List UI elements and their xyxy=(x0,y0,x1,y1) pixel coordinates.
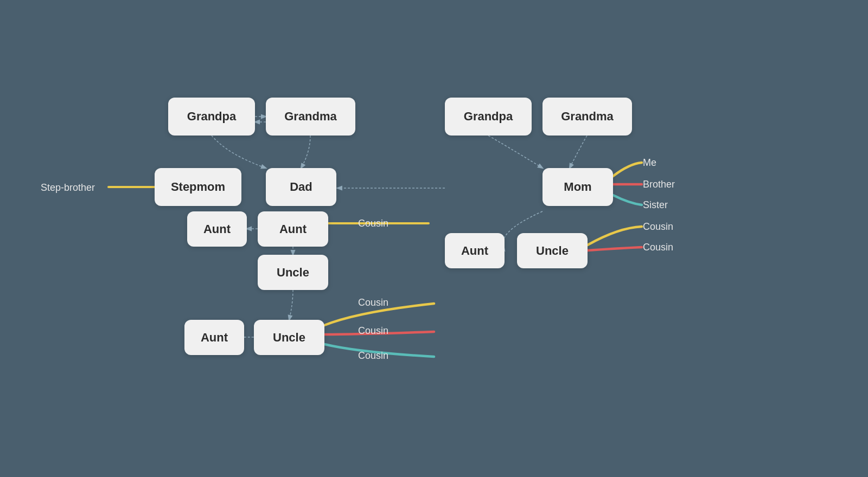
label-sister: Sister xyxy=(643,199,668,211)
node-grandma1[interactable]: Grandma xyxy=(266,98,355,136)
node-aunt2[interactable]: Aunt xyxy=(258,211,328,247)
label-cousin-uncle2-3: Cousin xyxy=(358,350,388,362)
label-cousin-aunt2: Cousin xyxy=(358,218,388,229)
node-grandpa1-label: Grandpa xyxy=(187,109,236,124)
node-aunt4-label: Aunt xyxy=(461,244,488,258)
label-cousin-uncle3-1: Cousin xyxy=(643,221,673,233)
label-cousin-uncle3-2: Cousin xyxy=(643,242,673,253)
node-stepmom-label: Stepmom xyxy=(171,180,225,194)
label-brother: Brother xyxy=(643,179,675,190)
node-mom-label: Mom xyxy=(564,180,591,194)
node-aunt1-label: Aunt xyxy=(203,222,231,236)
label-cousin-uncle2-1: Cousin xyxy=(358,297,388,308)
node-mom[interactable]: Mom xyxy=(542,168,613,206)
node-grandma2[interactable]: Grandma xyxy=(542,98,632,136)
node-uncle3[interactable]: Uncle xyxy=(517,233,588,268)
node-uncle2-label: Uncle xyxy=(273,331,305,345)
label-cousin-uncle2-2: Cousin xyxy=(358,325,388,337)
node-dad[interactable]: Dad xyxy=(266,168,336,206)
node-aunt3-label: Aunt xyxy=(201,331,228,345)
label-me: Me xyxy=(643,157,656,169)
node-aunt2-label: Aunt xyxy=(279,222,307,236)
node-uncle3-label: Uncle xyxy=(536,244,569,258)
node-stepmom[interactable]: Stepmom xyxy=(155,168,241,206)
node-uncle1[interactable]: Uncle xyxy=(258,255,328,290)
node-grandma1-label: Grandma xyxy=(284,109,337,124)
node-grandma2-label: Grandma xyxy=(561,109,614,124)
node-grandpa2[interactable]: Grandpa xyxy=(445,98,532,136)
node-grandpa1[interactable]: Grandpa xyxy=(168,98,255,136)
node-aunt4[interactable]: Aunt xyxy=(445,233,505,268)
node-grandpa2-label: Grandpa xyxy=(464,109,513,124)
node-aunt3[interactable]: Aunt xyxy=(184,320,244,355)
node-uncle1-label: Uncle xyxy=(277,266,309,280)
label-step-brother: Step-brother xyxy=(41,182,95,194)
node-aunt1[interactable]: Aunt xyxy=(187,211,247,247)
connection-lines xyxy=(0,0,868,477)
node-uncle2[interactable]: Uncle xyxy=(254,320,324,355)
node-dad-label: Dad xyxy=(290,180,312,194)
